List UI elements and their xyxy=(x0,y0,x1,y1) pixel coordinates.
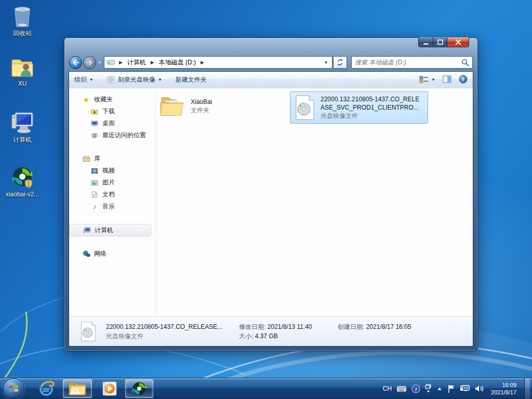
sidebar-item-documents[interactable]: 文档 xyxy=(69,189,155,201)
search-input[interactable]: 搜索 本地磁盘 (D:) xyxy=(355,58,461,67)
sidebar-label: 下载 xyxy=(102,107,115,116)
address-dropdown-icon[interactable]: ▼ xyxy=(324,60,330,65)
sidebar-item-libraries[interactable]: 库 xyxy=(69,153,155,165)
taskbar-item-explorer-active[interactable] xyxy=(63,379,92,398)
taskbar-item-media-player[interactable] xyxy=(95,379,122,398)
explorer-folder-icon xyxy=(68,381,87,396)
windows-flag-icon xyxy=(8,383,19,394)
maximize-button[interactable] xyxy=(433,37,447,47)
sidebar-label: 库 xyxy=(94,154,100,163)
computer-small-icon xyxy=(82,227,91,234)
internet-explorer-icon xyxy=(37,380,55,397)
minimize-button[interactable] xyxy=(418,37,433,47)
explorer-client-area: 组织 ▼ 刻录光盘映像 ▼ 新建文件夹 xyxy=(69,71,473,347)
desktop-icon-recycle-bin[interactable]: 回收站 xyxy=(0,4,45,37)
new-folder-button[interactable]: 新建文件夹 xyxy=(176,75,207,84)
address-bar[interactable]: ▶ 计算机 ▶ 本地磁盘 (D:) ▶ ▼ xyxy=(104,56,332,69)
refresh-button[interactable] xyxy=(333,56,347,69)
desktop-icon-label: 回收站 xyxy=(0,30,45,37)
drive-icon xyxy=(107,59,115,65)
user-folder-icon xyxy=(10,56,34,78)
breadcrumb-computer[interactable]: 计算机 xyxy=(126,58,147,67)
file-tile-iso-selected[interactable]: 22000.132.210805-1437.CO_RELEASE_SVC_PRO… xyxy=(290,91,428,124)
file-list: XiaoBai 文件夹 xyxy=(156,88,473,316)
preview-pane-icon xyxy=(443,75,451,83)
disc-image-file-icon xyxy=(80,322,97,341)
sidebar-label: 计算机 xyxy=(95,226,113,235)
network-status-icon[interactable] xyxy=(460,384,470,393)
desktop-icon-label: XU xyxy=(0,80,45,87)
language-indicator[interactable]: CH xyxy=(383,385,392,392)
start-button[interactable] xyxy=(3,378,24,399)
modified-date-value: 2021/8/13 11:40 xyxy=(268,323,312,330)
close-button[interactable] xyxy=(447,37,469,47)
breadcrumb-local-disk-d[interactable]: 本地磁盘 (D:) xyxy=(158,58,197,67)
sidebar-label: 文档 xyxy=(102,190,115,199)
desktop-icon-label: 计算机 xyxy=(0,136,45,143)
forward-button[interactable] xyxy=(83,56,96,69)
sidebar-label: 收藏夹 xyxy=(94,95,113,104)
keyboard-icon[interactable] xyxy=(396,385,407,392)
computer-icon xyxy=(10,111,35,135)
breadcrumb-arrow-icon: ▶ xyxy=(147,60,158,65)
breadcrumb-arrow-icon: ▶ xyxy=(197,60,208,65)
star-icon: ★ xyxy=(82,96,91,104)
explorer-window: ▼ ▶ 计算机 ▶ 本地磁盘 (D:) ▶ ▼ xyxy=(64,37,478,351)
ime-toolbar-icon[interactable] xyxy=(425,384,432,393)
show-desktop-button[interactable] xyxy=(524,378,530,399)
taskbar-item-xiaobai-active[interactable] xyxy=(125,379,153,398)
desktop-icon-xiaobai-app[interactable]: xiaobai-v2... xyxy=(0,165,45,198)
caret-down-icon: ▼ xyxy=(89,77,94,82)
action-center-flag-icon[interactable] xyxy=(447,384,455,393)
volume-icon[interactable] xyxy=(475,384,484,393)
new-folder-label: 新建文件夹 xyxy=(176,75,207,84)
system-tray: CH ? xyxy=(383,378,532,399)
clock-date: 2021/8/17 xyxy=(491,389,516,396)
clock-time: 16:09 xyxy=(491,381,516,389)
address-row: ▼ ▶ 计算机 ▶ 本地磁盘 (D:) ▶ ▼ xyxy=(69,55,473,70)
sidebar-item-videos[interactable]: 视频 xyxy=(69,165,155,177)
caret-down-icon: ▼ xyxy=(431,77,435,82)
search-box[interactable]: 搜索 本地磁盘 (D:) xyxy=(351,56,473,69)
created-date-label: 创建日期: xyxy=(338,323,364,330)
xiaobai-app-icon xyxy=(10,165,34,189)
sidebar-item-network[interactable]: 网络 xyxy=(69,248,155,260)
show-hidden-icons-button[interactable] xyxy=(436,387,443,391)
caret-down-icon: ▼ xyxy=(158,77,162,82)
preview-pane-button[interactable] xyxy=(443,75,451,85)
help-button[interactable]: ? xyxy=(459,75,468,85)
recent-places-icon xyxy=(90,132,99,139)
libraries-icon xyxy=(82,156,91,162)
sidebar-item-music[interactable]: ♪ 音乐 xyxy=(69,201,155,212)
organize-menu[interactable]: 组织 ▼ xyxy=(74,75,94,84)
history-chevron-icon[interactable]: ▼ xyxy=(98,60,102,65)
sidebar-label: 图片 xyxy=(102,178,115,187)
desktop-icon-computer[interactable]: 计算机 xyxy=(0,111,45,143)
sidebar-item-recent-places[interactable]: 最近访问的位置 xyxy=(69,129,155,141)
sidebar-item-downloads[interactable]: 下载 xyxy=(69,105,155,117)
search-icon[interactable] xyxy=(461,59,469,66)
size-label: 大小: xyxy=(239,332,253,340)
desktop-icon-xu-folder[interactable]: XU xyxy=(0,56,45,87)
ime-help-icon[interactable]: ? xyxy=(411,384,420,393)
back-button[interactable] xyxy=(69,56,82,69)
desktop: 回收站 XU 计算机 xyxy=(0,0,532,399)
file-name: 22000.132.210805-1437.CO_RELEASE_SVC_PRO… xyxy=(321,95,423,112)
sidebar-item-computer[interactable]: 计算机 xyxy=(69,224,151,236)
file-tile-xiaobai-folder[interactable]: XiaoBai 文件夹 xyxy=(159,95,212,117)
sidebar-item-favorites[interactable]: ★ 收藏夹 xyxy=(69,94,155,105)
navigation-pane: ★ 收藏夹 下载 桌面 xyxy=(69,88,155,316)
media-player-icon xyxy=(100,380,117,397)
burn-disc-image-button[interactable]: 刻录光盘映像 ▼ xyxy=(107,75,162,84)
size-value: 4.37 GB xyxy=(255,332,278,340)
taskbar-clock[interactable]: 16:09 2021/8/17 xyxy=(491,381,516,396)
xiaobai-app-icon xyxy=(130,380,148,397)
created-date-value: 2021/8/17 16:05 xyxy=(366,323,411,330)
change-view-button[interactable]: ▼ xyxy=(419,76,435,84)
documents-icon xyxy=(90,191,99,198)
content-area: ★ 收藏夹 下载 桌面 xyxy=(69,88,473,316)
sidebar-item-pictures[interactable]: 图片 xyxy=(69,177,155,189)
taskbar-item-internet-explorer[interactable] xyxy=(33,379,60,398)
sidebar-item-desktop[interactable]: 桌面 xyxy=(69,117,155,129)
disc-icon xyxy=(107,76,115,84)
